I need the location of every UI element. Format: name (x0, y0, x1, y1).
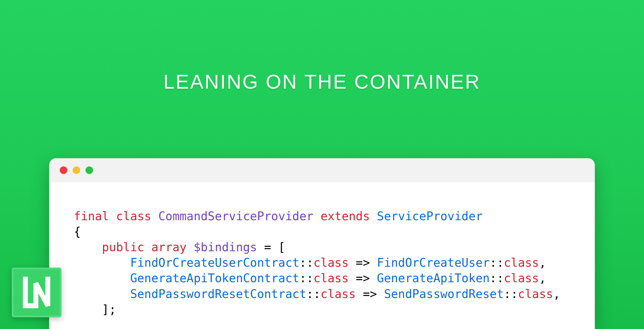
binding-contract: FindOrCreateUserContract (130, 256, 299, 269)
keyword-class-const: class (321, 287, 356, 301)
binding-contract: GenerateApiTokenContract (130, 271, 299, 285)
minimize-icon[interactable] (73, 166, 80, 174)
close-icon[interactable] (60, 166, 67, 174)
keyword-final: final (74, 209, 109, 223)
binding-impl: GenerateApiToken (377, 271, 490, 285)
array-close: ]; (74, 303, 116, 316)
binding-impl: SendPasswordReset (384, 287, 504, 301)
page-title: LEANING ON THE CONTAINER (0, 70, 644, 93)
code-block: final class CommandServiceProvider exten… (49, 182, 595, 329)
binding-contract: SendPasswordResetContract (130, 287, 306, 301)
keyword-extends: extends (321, 209, 370, 223)
keyword-array: array (151, 240, 186, 254)
assign-bracket: = [ (257, 240, 285, 254)
zoom-icon[interactable] (85, 166, 93, 174)
keyword-class: class (116, 209, 151, 223)
window-titlebar (49, 158, 595, 182)
keyword-public: public (102, 240, 144, 254)
keyword-class-const: class (504, 271, 539, 285)
brand-logo-icon (12, 268, 61, 317)
keyword-class-const: class (518, 287, 553, 301)
code-window: final class CommandServiceProvider exten… (49, 158, 595, 329)
keyword-class-const: class (504, 256, 539, 269)
variable-bindings: $bindings (193, 240, 257, 254)
keyword-class-const: class (314, 271, 349, 285)
class-name: CommandServiceProvider (158, 209, 314, 223)
keyword-class-const: class (314, 256, 349, 269)
binding-impl: FindOrCreateUser (377, 256, 490, 269)
parent-class: ServiceProvider (377, 209, 483, 223)
brace-open: { (74, 225, 81, 238)
